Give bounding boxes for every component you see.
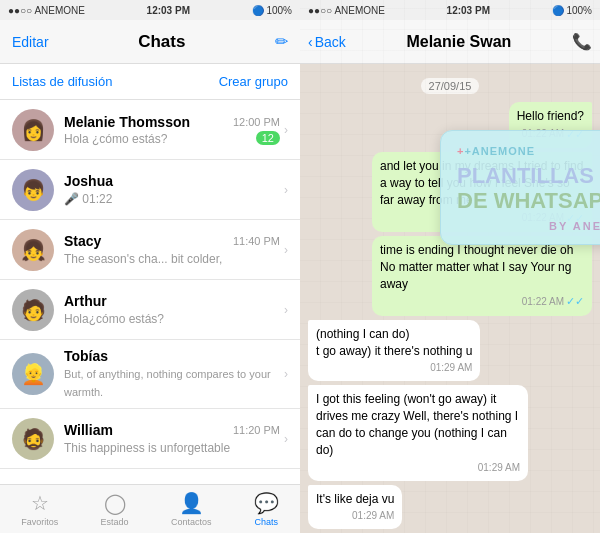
chat-preview-william: This happiness is unforgettable — [64, 441, 230, 455]
chat-time-melanie-thomsson: 12:00 PM — [233, 116, 280, 128]
nav-chats[interactable]: 💬 Chats — [254, 491, 279, 527]
star-icon: ☆ — [31, 491, 49, 515]
message-text-1: Hello friend? — [517, 109, 584, 123]
ticks-3: ✓✓ — [566, 294, 584, 309]
create-group-button[interactable]: Crear grupo — [219, 74, 288, 89]
chat-item-joshua[interactable]: 👦 Joshua 🎤 01:22 › — [0, 160, 300, 220]
overlay-brand: ++ANEMONE — [457, 145, 600, 157]
message-text-3: time is ending I thought never die oh No… — [380, 243, 573, 291]
left-status-bar: ●●○○ ANEMONE 12:03 PM 🔵 100% — [0, 0, 300, 20]
chat-content-joshua: Joshua 🎤 01:22 — [64, 173, 280, 207]
right-header: ‹ Back Melanie Swan 📞 — [300, 20, 600, 64]
chat-preview-joshua: 🎤 01:22 — [64, 192, 112, 206]
chat-item-william[interactable]: 🧔 William 11:20 PM This happiness is unf… — [0, 409, 300, 469]
avatar-joshua: 👦 — [12, 169, 54, 211]
message-time-4: 01:29 AM — [430, 361, 472, 375]
message-time-6: 01:29 AM — [352, 509, 394, 523]
phone-icon[interactable]: 📞 — [572, 32, 592, 51]
left-panel: ●●○○ ANEMONE 12:03 PM 🔵 100% Editar Chat… — [0, 0, 300, 533]
nav-favorites[interactable]: ☆ Favoritos — [21, 491, 58, 527]
contacts-icon: 👤 — [179, 491, 204, 515]
message-5: I got this feeling (won't go away) it dr… — [308, 385, 528, 480]
chat-preview-tobias: But, of anything, nothing compares to yo… — [64, 368, 271, 398]
chat-content-stacy: Stacy 11:40 PM The season's cha... bit c… — [64, 233, 280, 267]
right-panel: ●●○○ ANEMONE 12:03 PM 🔵 100% ‹ Back Mela… — [300, 0, 600, 533]
chevron-icon: › — [284, 123, 288, 137]
left-bottom-nav: ☆ Favoritos ◯ Estado 👤 Contactos 💬 Chats — [0, 484, 300, 533]
chat-name-melanie-thomsson: Melanie Thomsson — [64, 114, 190, 130]
overlay-subtitle: BY ANEMONE — [457, 220, 600, 232]
chat-preview-melanie-thomsson: Hola ¿cómo estás? — [64, 132, 167, 146]
message-text-5: I got this feeling (won't go away) it dr… — [316, 392, 518, 456]
status-icon: ◯ — [104, 491, 126, 515]
avatar-william: 🧔 — [12, 418, 54, 460]
edit-button[interactable]: Editar — [12, 34, 49, 50]
right-carrier: ●●○○ ANEMONE — [308, 5, 385, 16]
back-button[interactable]: ‹ Back — [308, 34, 346, 50]
chat-time-stacy: 11:40 PM — [233, 235, 280, 247]
compose-icon[interactable]: ✏ — [275, 32, 288, 51]
nav-chats-label: Chats — [255, 517, 279, 527]
chat-item-tobias[interactable]: 👱 Tobías But, of anything, nothing compa… — [0, 340, 300, 409]
left-time: 12:03 PM — [147, 5, 190, 16]
message-text-6: It's like deja vu — [316, 492, 394, 506]
message-4: (nothing I can do)t go away) it there's … — [308, 320, 480, 382]
message-text-4: (nothing I can do)t go away) it there's … — [316, 327, 472, 358]
unread-badge-melanie-thomsson: 12 — [256, 131, 280, 145]
date-badge: 27/09/15 — [308, 76, 592, 94]
avatar-melanie-thomsson: 👩 — [12, 109, 54, 151]
overlay-line1: PLANTILLAS — [457, 163, 600, 188]
chat-content-melanie-thomsson: Melanie Thomsson 12:00 PM Hola ¿cómo est… — [64, 114, 280, 146]
chevron-icon-stacy: › — [284, 243, 288, 257]
right-header-icons: 📞 — [572, 32, 592, 51]
back-label: Back — [315, 34, 346, 50]
overlay-title: PLANTILLAS DE WHATSAPP — [457, 163, 600, 214]
chat-name-joshua: Joshua — [64, 173, 113, 189]
right-time: 12:03 PM — [447, 5, 490, 16]
chats-icon: 💬 — [254, 491, 279, 515]
broadcast-row: Listas de difusión Crear grupo — [0, 64, 300, 100]
right-status-bar: ●●○○ ANEMONE 12:03 PM 🔵 100% — [300, 0, 600, 20]
chevron-icon-joshua: › — [284, 183, 288, 197]
left-header: Editar Chats ✏ — [0, 20, 300, 64]
chat-time-william: 11:20 PM — [233, 424, 280, 436]
message-time-5: 01:29 AM — [478, 461, 520, 475]
nav-favorites-label: Favoritos — [21, 517, 58, 527]
chevron-icon-william: › — [284, 432, 288, 446]
chat-content-arthur: Arthur Hola¿cómo estás? — [64, 293, 280, 327]
chat-item-arthur[interactable]: 🧑 Arthur Hola¿cómo estás? › — [0, 280, 300, 340]
avatar-arthur: 🧑 — [12, 289, 54, 331]
overlay-line2: DE WHATSAPP — [457, 188, 600, 213]
chats-title: Chats — [138, 32, 185, 52]
chat-name-stacy: Stacy — [64, 233, 101, 249]
chat-name-arthur: Arthur — [64, 293, 107, 309]
overlay-card: ++ANEMONE PLANTILLAS DE WHATSAPP BY ANEM… — [440, 130, 600, 245]
right-battery: 🔵 100% — [552, 5, 592, 16]
message-6: It's like deja vu 01:29 AM — [308, 485, 402, 530]
left-battery: 🔵 100% — [252, 5, 292, 16]
chevron-icon-tobias: › — [284, 367, 288, 381]
message-3: time is ending I thought never die oh No… — [372, 236, 592, 316]
broadcast-label[interactable]: Listas de difusión — [12, 74, 112, 89]
nav-estado-label: Estado — [101, 517, 129, 527]
avatar-tobias: 👱 — [12, 353, 54, 395]
chat-content-tobias: Tobías But, of anything, nothing compare… — [64, 348, 280, 400]
left-carrier: ●●○○ ANEMONE — [8, 5, 85, 16]
chevron-left-icon: ‹ — [308, 34, 313, 50]
chat-name-william: William — [64, 422, 113, 438]
nav-contacts[interactable]: 👤 Contactos — [171, 491, 212, 527]
chat-name-tobias: Tobías — [64, 348, 108, 364]
contact-name: Melanie Swan — [350, 33, 568, 51]
chat-item-melanie-thomsson[interactable]: 👩 Melanie Thomsson 12:00 PM Hola ¿cómo e… — [0, 100, 300, 160]
chat-list: 👩 Melanie Thomsson 12:00 PM Hola ¿cómo e… — [0, 100, 300, 484]
message-time-3: 01:22 AM — [522, 295, 564, 309]
chat-content-william: William 11:20 PM This happiness is unfor… — [64, 422, 280, 456]
chevron-icon-arthur: › — [284, 303, 288, 317]
chat-item-stacy[interactable]: 👧 Stacy 11:40 PM The season's cha... bit… — [0, 220, 300, 280]
nav-estado[interactable]: ◯ Estado — [101, 491, 129, 527]
chat-preview-arthur: Hola¿cómo estás? — [64, 312, 164, 326]
chat-preview-stacy: The season's cha... bit colder, — [64, 252, 222, 266]
avatar-stacy: 👧 — [12, 229, 54, 271]
nav-contacts-label: Contactos — [171, 517, 212, 527]
